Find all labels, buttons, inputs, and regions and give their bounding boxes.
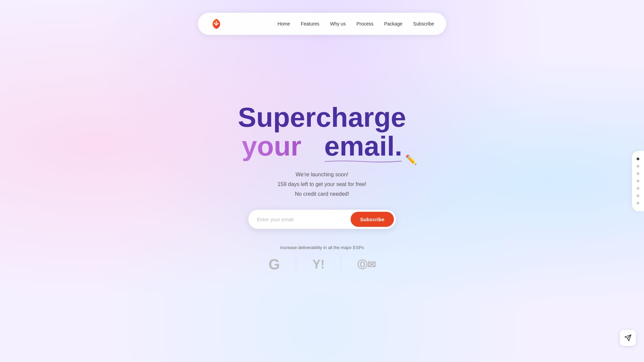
title-email-container: email. ✏️	[324, 132, 402, 161]
dot-3[interactable]	[637, 172, 639, 175]
hero-section: Supercharge your email. ✏️ We're launchi…	[238, 103, 406, 273]
esp-logos: G Y! Ⓞ✉	[238, 256, 406, 273]
title-line2: your email. ✏️	[238, 132, 406, 163]
title-your: your	[242, 131, 302, 161]
pencil-icon: ✏️	[405, 155, 417, 165]
hero-subtitle: We're launching soon! 159 days left to g…	[238, 170, 406, 199]
yahoo-logo: Y!	[297, 257, 341, 272]
nav-item-process[interactable]: Process	[357, 21, 374, 27]
paper-plane-icon	[624, 334, 632, 342]
subtitle-line2: 159 days left to get your seat for free!	[277, 181, 366, 187]
esp-section: Increase deliverability in all the major…	[238, 245, 406, 273]
nav-item-why-us[interactable]: Why us	[330, 21, 346, 27]
subtitle-line1: We're launching soon!	[296, 172, 348, 177]
title-line1: Supercharge	[238, 103, 406, 132]
underline-decoration	[324, 159, 402, 163]
email-form: Subscribe	[248, 209, 396, 229]
side-dots-nav[interactable]	[632, 151, 644, 211]
logo-icon	[210, 17, 223, 30]
dot-4[interactable]	[637, 180, 639, 182]
nav-item-package[interactable]: Package	[384, 21, 402, 27]
dot-2[interactable]	[637, 165, 639, 168]
dot-5[interactable]	[637, 187, 639, 190]
dot-6[interactable]	[637, 194, 639, 197]
email-input[interactable]	[250, 212, 351, 226]
google-logo: G	[252, 256, 296, 273]
subtitle-line3: No credit card needed!	[295, 191, 349, 196]
dot-7[interactable]	[637, 202, 639, 204]
navbar: Home Features Why us Process Package Sub…	[198, 13, 446, 35]
hero-title: Supercharge your email. ✏️	[238, 103, 406, 163]
nav-item-features[interactable]: Features	[301, 21, 319, 27]
subscribe-button[interactable]: Subscribe	[351, 212, 394, 227]
nav-item-subscribe[interactable]: Subscribe	[413, 21, 434, 27]
outlook-logo: Ⓞ✉	[341, 257, 392, 272]
logo[interactable]	[210, 17, 223, 30]
paper-plane-button[interactable]	[620, 330, 636, 346]
title-email: email.	[324, 131, 402, 161]
dot-1[interactable]	[637, 158, 639, 160]
esp-label: Increase deliverability in all the major…	[238, 245, 406, 250]
nav-item-home[interactable]: Home	[277, 21, 290, 27]
nav-links: Home Features Why us Process Package Sub…	[277, 21, 434, 27]
